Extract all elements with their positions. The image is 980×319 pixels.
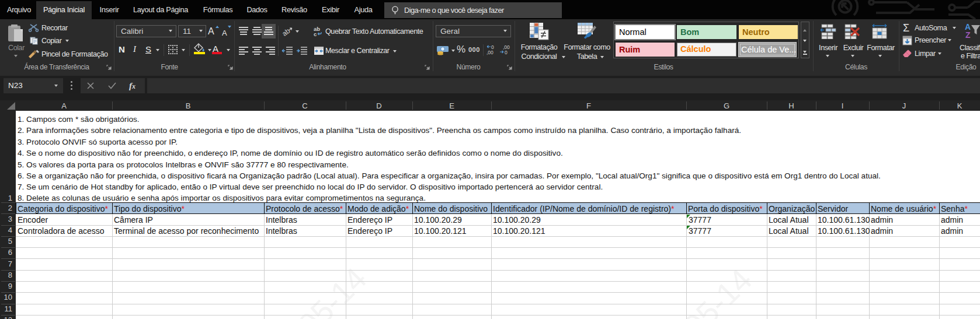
svg-text:,00: ,00 [486, 50, 494, 55]
svg-text:0: 0 [505, 50, 508, 55]
svg-text:c: c [314, 31, 317, 37]
